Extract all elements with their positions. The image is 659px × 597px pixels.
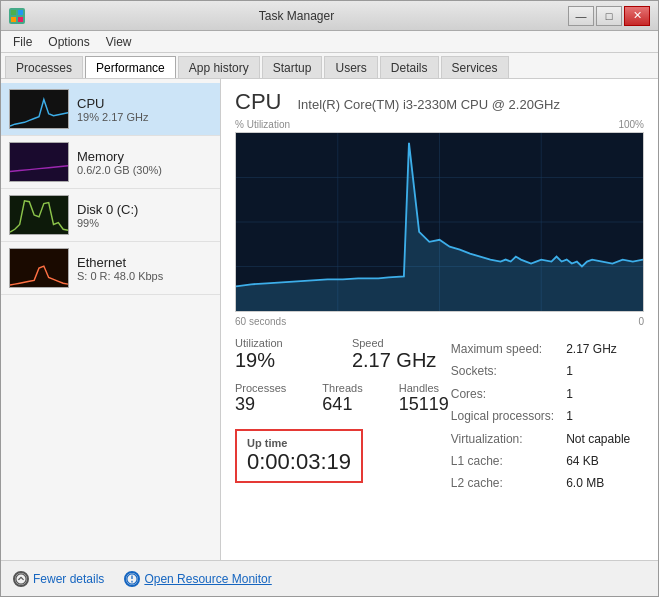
title-bar: Task Manager — □ ✕	[1, 1, 658, 31]
l1-cache-label: L1 cache:	[451, 451, 564, 471]
cpu-info: CPU 19% 2.17 GHz	[77, 96, 212, 123]
minimize-button[interactable]: —	[568, 6, 594, 26]
uptime-value: 0:00:03:19	[247, 449, 351, 475]
proc-thread-handle-row: Processes 39 Threads 641 Handles 15119	[235, 382, 449, 415]
cpu-chart	[235, 132, 644, 312]
handles-value: 15119	[399, 394, 449, 415]
detail-cores: Cores: 1	[451, 384, 630, 404]
speed-value: 2.17 GHz	[352, 349, 436, 372]
fewer-details-icon	[13, 571, 29, 587]
memory-info: Memory 0.6/2.0 GB (30%)	[77, 149, 212, 176]
cpu-value: 19% 2.17 GHz	[77, 111, 212, 123]
task-manager-window: Task Manager — □ ✕ File Options View Pro…	[0, 0, 659, 597]
footer: Fewer details Open Resource Monitor	[1, 560, 658, 596]
speed-label: Speed	[352, 337, 449, 349]
logical-processors-label: Logical processors:	[451, 406, 564, 426]
fewer-details-label: Fewer details	[33, 572, 104, 586]
svg-rect-3	[18, 17, 23, 22]
svg-point-11	[16, 573, 26, 583]
utilization-label: Utilization	[235, 337, 332, 349]
tab-app-history[interactable]: App history	[178, 56, 260, 78]
tab-processes[interactable]: Processes	[5, 56, 83, 78]
detail-logical-processors: Logical processors: 1	[451, 406, 630, 426]
processes-block: Processes 39	[235, 382, 286, 415]
svg-rect-1	[18, 10, 23, 15]
ethernet-name: Ethernet	[77, 255, 212, 270]
chart-0-label: 0	[638, 316, 644, 327]
logical-processors-value: 1	[566, 406, 630, 426]
open-resource-monitor-button[interactable]: Open Resource Monitor	[124, 571, 271, 587]
resource-cpu[interactable]: CPU 19% 2.17 GHz	[1, 83, 220, 136]
main-stats: Utilization 19% Speed 2.17 GHz	[235, 337, 644, 496]
tab-startup[interactable]: Startup	[262, 56, 323, 78]
menu-file[interactable]: File	[5, 33, 40, 51]
resource-list: CPU 19% 2.17 GHz Memory 0.6/2.0 GB (30%)	[1, 79, 221, 560]
util-speed-row: Utilization 19% Speed 2.17 GHz	[235, 337, 449, 372]
detail-virtualization: Virtualization: Not capable	[451, 429, 630, 449]
utilization-value: 19%	[235, 349, 332, 372]
app-icon	[9, 8, 25, 24]
handles-label: Handles	[399, 382, 449, 394]
l2-cache-value: 6.0 MB	[566, 473, 630, 493]
right-details: Maximum speed: 2.17 GHz Sockets: 1 Cores…	[449, 337, 644, 496]
threads-label: Threads	[322, 382, 362, 394]
main-content: CPU 19% 2.17 GHz Memory 0.6/2.0 GB (30%)	[1, 79, 658, 560]
tab-performance[interactable]: Performance	[85, 56, 176, 78]
virtualization-label: Virtualization:	[451, 429, 564, 449]
tab-details[interactable]: Details	[380, 56, 439, 78]
tab-users[interactable]: Users	[324, 56, 377, 78]
details-table: Maximum speed: 2.17 GHz Sockets: 1 Cores…	[449, 337, 632, 496]
sockets-label: Sockets:	[451, 361, 564, 381]
menu-view[interactable]: View	[98, 33, 140, 51]
disk-value: 99%	[77, 217, 212, 229]
resource-monitor-icon	[124, 571, 140, 587]
tab-services[interactable]: Services	[441, 56, 509, 78]
resource-disk[interactable]: Disk 0 (C:) 99%	[1, 189, 220, 242]
l1-cache-value: 64 KB	[566, 451, 630, 471]
resource-memory[interactable]: Memory 0.6/2.0 GB (30%)	[1, 136, 220, 189]
chart-util-label: % Utilization	[235, 119, 290, 130]
uptime-label: Up time	[247, 437, 351, 449]
menu-bar: File Options View	[1, 31, 658, 53]
cpu-mini-chart	[9, 89, 69, 129]
memory-value: 0.6/2.0 GB (30%)	[77, 164, 212, 176]
cpu-detail-panel: CPU Intel(R) Core(TM) i3-2330M CPU @ 2.2…	[221, 79, 658, 560]
utilization-block: Utilization 19%	[235, 337, 332, 372]
cpu-title: CPU	[235, 89, 281, 115]
max-speed-label: Maximum speed:	[451, 339, 564, 359]
cpu-name: CPU	[77, 96, 212, 111]
tabs-bar: Processes Performance App history Startu…	[1, 53, 658, 79]
detail-l1-cache: L1 cache: 64 KB	[451, 451, 630, 471]
max-speed-value: 2.17 GHz	[566, 339, 630, 359]
memory-mini-chart	[9, 142, 69, 182]
disk-info: Disk 0 (C:) 99%	[77, 202, 212, 229]
ethernet-value: S: 0 R: 48.0 Kbps	[77, 270, 212, 282]
detail-l2-cache: L2 cache: 6.0 MB	[451, 473, 630, 493]
detail-max-speed: Maximum speed: 2.17 GHz	[451, 339, 630, 359]
maximize-button[interactable]: □	[596, 6, 622, 26]
chart-100-label: 100%	[618, 119, 644, 130]
cpu-header: CPU Intel(R) Core(TM) i3-2330M CPU @ 2.2…	[235, 89, 644, 115]
ethernet-info: Ethernet S: 0 R: 48.0 Kbps	[77, 255, 212, 282]
disk-mini-chart	[9, 195, 69, 235]
close-button[interactable]: ✕	[624, 6, 650, 26]
handles-block: Handles 15119	[399, 382, 449, 415]
resource-ethernet[interactable]: Ethernet S: 0 R: 48.0 Kbps	[1, 242, 220, 295]
menu-options[interactable]: Options	[40, 33, 97, 51]
chart-60s-label: 60 seconds	[235, 316, 286, 327]
l2-cache-label: L2 cache:	[451, 473, 564, 493]
open-resource-monitor-label: Open Resource Monitor	[144, 572, 271, 586]
cpu-subtitle: Intel(R) Core(TM) i3-2330M CPU @ 2.20GHz	[297, 97, 559, 112]
window-title: Task Manager	[25, 9, 568, 23]
processes-value: 39	[235, 394, 286, 415]
cores-label: Cores:	[451, 384, 564, 404]
left-stats: Utilization 19% Speed 2.17 GHz	[235, 337, 449, 496]
chart-label-top: % Utilization 100%	[235, 119, 644, 130]
sockets-value: 1	[566, 361, 630, 381]
fewer-details-button[interactable]: Fewer details	[13, 571, 104, 587]
disk-name: Disk 0 (C:)	[77, 202, 212, 217]
ethernet-mini-chart	[9, 248, 69, 288]
window-controls: — □ ✕	[568, 6, 650, 26]
threads-value: 641	[322, 394, 362, 415]
processes-label: Processes	[235, 382, 286, 394]
